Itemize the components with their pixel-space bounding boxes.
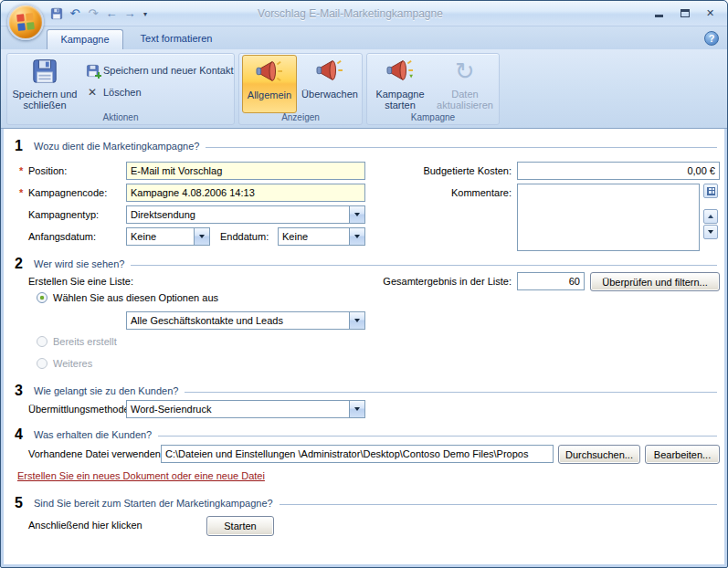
office-button[interactable] [7, 4, 44, 40]
dropdown-arrow-icon[interactable] [349, 401, 364, 417]
delete-button[interactable]: ✕ Löschen [82, 83, 144, 101]
maximize-button[interactable] [673, 5, 696, 21]
delivery-method-label: Übermittlungsmethode: [28, 404, 132, 415]
refresh-icon: ↻ [455, 58, 475, 87]
delivery-method-value: Word-Seriendruck [127, 401, 349, 417]
ribbon-group-aktionen: Speichern und schließen Speichern und ne… [6, 53, 235, 125]
section-1-header: 1 Wozu dient die Marketingkampagne? [15, 138, 717, 154]
browse-button[interactable]: Durchsuchen... [558, 445, 640, 464]
section-5-header: 5 Sind Sie bereit zum Starten der Market… [15, 495, 717, 511]
qat-customize-dropdown-icon[interactable]: ▾ [140, 5, 151, 22]
forward-icon[interactable]: → [121, 5, 138, 22]
already-created-radio-label: Bereits erstellt [53, 336, 117, 347]
comments-expand-button[interactable] [703, 184, 718, 198]
window-controls: ✕ [648, 5, 722, 21]
save-and-new-button[interactable]: Speichern und neuer Kontakt [82, 61, 237, 79]
file-path-input[interactable] [161, 445, 554, 463]
dropdown-arrow-icon[interactable] [349, 312, 364, 329]
select-options-radio-label: Wählen Sie aus diesen Optionen aus [53, 292, 218, 303]
close-button[interactable]: ✕ [699, 5, 722, 21]
comments-label: Kommentare: [420, 187, 512, 198]
end-date-dropdown[interactable]: Keine [278, 227, 365, 246]
section-4-title: Was erhalten die Kunden? [34, 429, 152, 440]
position-input[interactable] [126, 162, 365, 180]
megaphone-start-icon [386, 58, 414, 87]
help-button[interactable]: ? [704, 31, 719, 46]
qat-save-button[interactable] [48, 5, 65, 22]
comments-scroll-down-button[interactable] [703, 225, 718, 239]
start-date-value: Keine [127, 228, 194, 245]
click-here-label: Anschließend hier klicken [28, 520, 142, 531]
radio-disabled-icon [37, 358, 47, 369]
tab-kampagne[interactable]: Kampagne [47, 29, 123, 49]
radio-disabled-icon [37, 336, 47, 347]
recipient-list-dropdown[interactable]: Alle Geschäftskontakte und Leads [126, 311, 365, 330]
track-view-button[interactable]: Überwachen [300, 55, 360, 113]
section-3-title: Wie gelangt sie zu den Kunden? [34, 385, 178, 396]
refresh-data-button[interactable]: ↻ Daten aktualisieren [432, 55, 498, 113]
ribbon: Speichern und schließen Speichern und ne… [1, 49, 727, 129]
start-button[interactable]: Starten [206, 516, 274, 536]
dropdown-arrow-icon[interactable] [349, 228, 364, 245]
dropdown-arrow-icon[interactable] [194, 228, 209, 245]
section-2-header: 2 Wer wird sie sehen? [15, 256, 717, 272]
section-divider [206, 147, 717, 148]
megaphone-icon [256, 58, 283, 88]
radio-selected-icon[interactable] [37, 292, 47, 303]
delete-icon: ✕ [85, 85, 100, 100]
save-and-close-button[interactable]: Speichern und schließen [10, 55, 79, 111]
existing-file-label: Vorhandene Datei verwenden: [28, 448, 164, 459]
general-view-button[interactable]: Allgemein [242, 55, 297, 113]
campaign-type-dropdown[interactable]: Direktsendung [126, 205, 365, 224]
scroll-down-icon [708, 230, 713, 234]
more-options-radio-label: Weiteres [53, 358, 92, 369]
megaphone-track-icon [316, 58, 343, 87]
delivery-method-dropdown[interactable]: Word-Seriendruck [126, 400, 365, 418]
required-marker: * [19, 187, 23, 198]
dropdown-arrow-icon[interactable] [349, 206, 364, 223]
tab-text-formatieren[interactable]: Text formatieren [125, 29, 227, 49]
list-total-input[interactable] [517, 272, 585, 290]
budget-input[interactable] [517, 162, 720, 180]
save-close-icon [31, 58, 58, 87]
delete-label: Löschen [103, 87, 142, 98]
end-date-label: Enddatum: [220, 231, 269, 242]
section-divider [185, 392, 717, 393]
section-2-title: Wer wird sie sehen? [34, 258, 124, 269]
edit-button[interactable]: Bearbeiten... [645, 445, 720, 464]
redo-icon[interactable]: ↷ [85, 5, 101, 22]
undo-icon[interactable]: ↶ [67, 5, 83, 22]
create-new-document-link[interactable]: Erstellen Sie ein neues Dokument oder ei… [17, 470, 265, 481]
comments-scroll-up-button[interactable] [703, 209, 718, 224]
review-filter-button[interactable]: Überprüfen und filtern... [590, 272, 720, 291]
campaign-type-value: Direktsendung [127, 206, 349, 223]
required-marker: * [19, 165, 23, 176]
application-window: Vorschlag E-Mail-Marketingkampagne ↶ ↷ ←… [0, 0, 728, 568]
section-1-number: 1 [15, 138, 27, 154]
quick-access-toolbar: ↶ ↷ ← → ▾ [48, 5, 151, 22]
more-options-radio[interactable]: Weiteres [37, 358, 92, 369]
save-new-label: Speichern und neuer Kontakt [103, 65, 234, 76]
group-label-aktionen: Aktionen [7, 112, 234, 122]
list-total-label: Gesamtergebnis in der Liste: [351, 276, 512, 287]
comments-textarea[interactable] [517, 184, 700, 251]
refresh-data-label: Daten aktualisieren [432, 89, 498, 110]
section-4-number: 4 [15, 426, 27, 443]
section-divider [280, 504, 717, 505]
start-date-dropdown[interactable]: Keine [126, 227, 210, 246]
already-created-radio[interactable]: Bereits erstellt [37, 336, 117, 347]
section-divider [158, 436, 717, 437]
position-label: Position: [28, 165, 67, 176]
section-5-title: Sind Sie bereit zum Starten der Marketin… [34, 498, 273, 509]
minimize-button[interactable] [648, 5, 670, 21]
minimize-icon [655, 15, 663, 17]
select-options-radio[interactable]: Wählen Sie aus diesen Optionen aus [37, 292, 218, 303]
ribbon-group-kampagne: Kampagne starten ↻ Daten aktualisieren K… [366, 53, 500, 125]
save-close-label: Speichern und schließen [10, 89, 79, 110]
section-divider [131, 265, 717, 266]
back-icon[interactable]: ← [103, 5, 120, 22]
start-campaign-button[interactable]: Kampagne starten [370, 55, 430, 113]
general-view-label: Allgemein [248, 89, 291, 100]
campaign-code-input[interactable] [126, 184, 365, 202]
end-date-value: Keine [279, 228, 349, 245]
